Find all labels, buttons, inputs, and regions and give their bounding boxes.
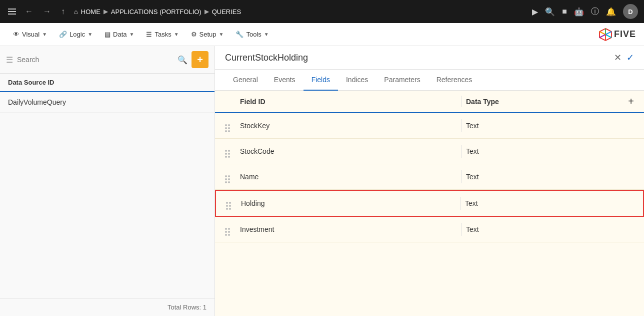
col-divider <box>462 119 462 132</box>
help-button[interactable]: ⓘ <box>591 7 599 17</box>
fields-table-header: Field ID Data Type + <box>215 91 644 113</box>
five-logo: FIVE <box>598 28 636 42</box>
menu-tasks-label: Tasks <box>154 31 171 38</box>
avatar[interactable]: D <box>623 4 638 19</box>
menu-data[interactable]: ▤ Data ▼ <box>100 28 139 41</box>
sidebar-search-bar: ☰ 🔍 + <box>0 46 214 74</box>
data-type-cell: Text <box>466 225 616 233</box>
menu-tools-label: Tools <box>246 31 261 38</box>
data-type-cell: Text <box>466 173 616 181</box>
drag-handle[interactable] <box>225 145 240 158</box>
close-button[interactable]: ✕ <box>614 52 622 63</box>
sidebar: ☰ 🔍 + Data Source ID DailyVolumeQuery To… <box>0 46 215 316</box>
total-rows-label: Total Rows: 1 <box>168 303 206 311</box>
five-logo-icon <box>598 28 612 42</box>
field-id-cell: Name <box>240 173 458 181</box>
forward-button[interactable]: → <box>40 5 54 18</box>
chevron-down-icon-6: ▼ <box>264 32 269 37</box>
drag-dots-icon <box>226 202 231 210</box>
breadcrumb-home[interactable]: HOME <box>81 8 100 16</box>
menu-logic[interactable]: 🔗 Logic ▼ <box>54 28 98 41</box>
five-logo-text: FIVE <box>614 29 636 40</box>
logic-icon: 🔗 <box>59 31 67 38</box>
drag-handle[interactable] <box>225 223 240 236</box>
up-button[interactable]: ↑ <box>58 5 68 18</box>
col-divider <box>462 96 462 107</box>
menu-setup-label: Setup <box>200 31 216 38</box>
table-row[interactable]: Name Text <box>215 164 644 190</box>
menu-setup[interactable]: ⚙ Setup ▼ <box>186 28 229 41</box>
search-input[interactable] <box>17 56 174 64</box>
breadcrumb-applications[interactable]: APPLICATIONS (PORTFOLIO) <box>111 8 202 16</box>
chevron-down-icon-3: ▼ <box>130 32 134 37</box>
svg-line-2 <box>606 32 612 35</box>
grid-icon: ▤ <box>104 31 110 38</box>
eye-icon: 👁 <box>13 31 20 38</box>
svg-line-5 <box>606 35 612 38</box>
chevron-down-icon: ▼ <box>42 32 47 37</box>
breadcrumb-queries[interactable]: QUERIES <box>212 8 242 16</box>
bot-button[interactable]: 🤖 <box>574 7 584 17</box>
menu-visual-label: Visual <box>22 31 40 38</box>
sidebar-footer: Total Rows: 1 <box>0 298 214 316</box>
tab-general[interactable]: General <box>225 70 266 91</box>
drag-dots-icon <box>225 175 230 183</box>
field-id-cell: StockCode <box>240 147 458 155</box>
drag-handle[interactable] <box>225 170 240 183</box>
tab-events[interactable]: Events <box>266 70 304 91</box>
search-icon[interactable]: 🔍 <box>178 55 188 65</box>
drag-dots-icon <box>225 228 230 236</box>
menu-tools[interactable]: 🔧 Tools ▼ <box>230 28 274 41</box>
tab-indices[interactable]: Indices <box>338 70 376 91</box>
tools-icon: 🔧 <box>236 31 244 38</box>
col-divider <box>462 223 462 236</box>
tasks-icon: ☰ <box>146 31 152 38</box>
confirm-button[interactable]: ✓ <box>626 52 634 63</box>
detail-actions: ✕ ✓ <box>614 52 634 63</box>
drag-handle[interactable] <box>225 119 240 132</box>
list-item[interactable]: DailyVolumeQuery <box>0 92 214 113</box>
back-button[interactable]: ← <box>22 5 36 18</box>
data-type-cell: Text <box>466 147 616 155</box>
tab-fields[interactable]: Fields <box>304 70 338 91</box>
svg-line-3 <box>600 32 606 35</box>
menu-logic-label: Logic <box>70 31 85 38</box>
table-row[interactable]: StockKey Text <box>215 113 644 139</box>
hamburger-menu[interactable] <box>6 7 18 17</box>
setup-icon: ⚙ <box>191 31 197 38</box>
top-nav-bar: ← → ↑ ⌂ HOME ▶ APPLICATIONS (PORTFOLIO) … <box>0 0 644 23</box>
main-content: ☰ 🔍 + Data Source ID DailyVolumeQuery To… <box>0 46 644 316</box>
stop-button[interactable]: ■ <box>562 7 567 16</box>
menu-visual[interactable]: 👁 Visual ▼ <box>8 28 52 41</box>
sidebar-item-label: DailyVolumeQuery <box>8 98 66 106</box>
tab-parameters[interactable]: Parameters <box>376 70 428 91</box>
drag-handle[interactable] <box>226 197 241 210</box>
add-field-button[interactable]: + <box>628 96 634 107</box>
tab-references[interactable]: References <box>428 70 480 91</box>
detail-title: CurrentStockHolding <box>225 53 609 63</box>
menu-data-label: Data <box>113 31 126 38</box>
add-field-col: + <box>616 96 634 107</box>
field-id-cell: StockKey <box>240 122 458 130</box>
menu-bar: 👁 Visual ▼ 🔗 Logic ▼ ▤ Data ▼ ☰ Tasks ▼ … <box>0 23 644 46</box>
chevron-down-icon-2: ▼ <box>88 32 92 37</box>
menu-tasks[interactable]: ☰ Tasks ▼ <box>141 28 184 41</box>
drag-dots-icon <box>225 124 230 132</box>
sidebar-column-header: Data Source ID <box>0 74 214 92</box>
col-divider <box>462 145 462 158</box>
detail-header: CurrentStockHolding ✕ ✓ <box>215 46 644 70</box>
table-row-selected[interactable]: Holding Text <box>215 190 644 217</box>
tabs-bar: General Events Fields Indices Parameters… <box>215 70 644 91</box>
breadcrumb: ⌂ HOME ▶ APPLICATIONS (PORTFOLIO) ▶ QUER… <box>74 8 241 16</box>
search-button[interactable]: 🔍 <box>545 7 555 17</box>
table-row[interactable]: StockCode Text <box>215 139 644 164</box>
data-type-cell: Text <box>466 122 616 130</box>
notification-button[interactable]: 🔔 <box>606 7 616 17</box>
play-button[interactable]: ▶ <box>532 7 538 17</box>
table-row[interactable]: Investment Text <box>215 217 644 242</box>
field-id-header: Field ID <box>240 98 458 106</box>
chevron-down-icon-5: ▼ <box>219 32 224 37</box>
field-id-cell: Investment <box>240 225 458 233</box>
drag-dots-icon <box>225 150 230 158</box>
add-button[interactable]: + <box>192 51 208 68</box>
